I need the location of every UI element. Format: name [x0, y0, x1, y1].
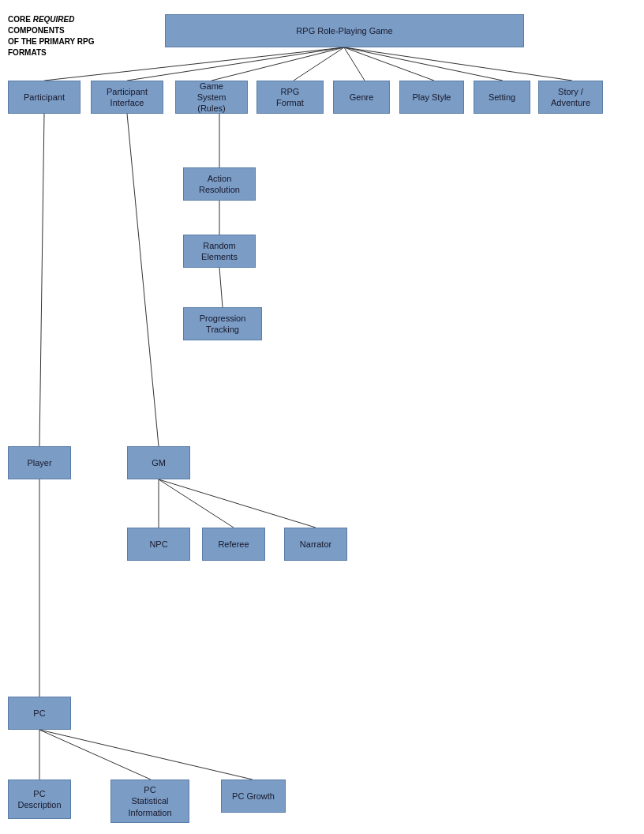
svg-line-10 [219, 268, 223, 307]
svg-line-19 [39, 730, 253, 780]
svg-line-16 [159, 479, 316, 528]
genre-node: Genre [333, 81, 390, 114]
svg-line-18 [39, 730, 151, 780]
narrator-node: Narrator [284, 528, 347, 561]
player-node: Player [8, 446, 71, 479]
svg-line-15 [159, 479, 234, 528]
random-elements-node: RandomElements [183, 235, 256, 268]
action-resolution-node: ActionResolution [183, 167, 256, 201]
pc-description-node: PCDescription [8, 780, 71, 819]
participant-node: Participant [8, 81, 80, 114]
rpg-format-node: RPGFormat [256, 81, 324, 114]
setting-node: Setting [474, 81, 530, 114]
play-style-node: Play Style [399, 81, 464, 114]
svg-line-6 [344, 47, 503, 81]
svg-line-11 [39, 114, 44, 446]
pc-growth-node: PC Growth [221, 780, 286, 813]
npc-node: NPC [127, 528, 190, 561]
pc-statistical-node: PCStatisticalInformation [110, 780, 189, 823]
referee-node: Referee [202, 528, 265, 561]
story-adventure-node: Story /Adventure [538, 81, 603, 114]
svg-line-3 [294, 47, 344, 81]
game-system-node: GameSystem(Rules) [175, 81, 248, 114]
svg-line-7 [344, 47, 572, 81]
svg-line-4 [344, 47, 365, 81]
svg-line-5 [344, 47, 434, 81]
svg-line-2 [212, 47, 344, 81]
diagram-label: CORE REQUIRED COMPONENTSOF THE PRIMARY R… [8, 14, 95, 58]
progression-tracking-node: ProgressionTracking [183, 307, 262, 340]
svg-line-1 [127, 47, 344, 81]
pc-node: PC [8, 697, 71, 730]
svg-line-12 [127, 114, 159, 446]
gm-node: GM [127, 446, 190, 479]
participant-interface-node: ParticipantInterface [91, 81, 163, 114]
rpg-node: RPG Role-Playing Game [165, 14, 524, 47]
